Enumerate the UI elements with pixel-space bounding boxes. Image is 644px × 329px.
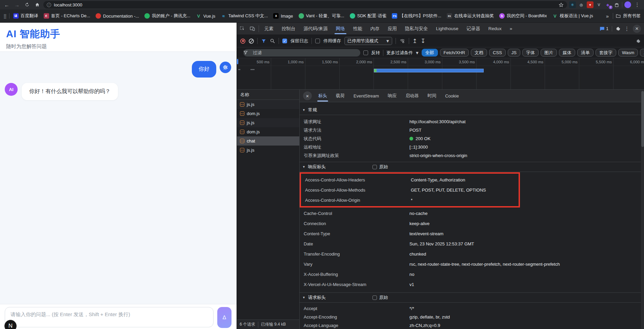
clipboard-extension-icon[interactable] bbox=[613, 1, 620, 8]
preserve-log-checkbox[interactable]: ✓ bbox=[282, 39, 287, 43]
details-tab-3[interactable]: EventStream bbox=[349, 90, 383, 102]
more-tabs-chevron[interactable]: » bbox=[506, 23, 517, 35]
filter-pill[interactable]: 媒体 bbox=[559, 49, 575, 57]
request-name-header[interactable]: 名称 bbox=[237, 90, 299, 100]
scrollbar-thumb[interactable] bbox=[641, 91, 644, 147]
bookmark-item[interactable]: 译百度翻译 bbox=[11, 12, 41, 20]
request-row[interactable]: <>chat bbox=[237, 136, 299, 146]
response-headers-section-header[interactable]: ▼ 响应标头 原始 bbox=[300, 162, 644, 172]
details-tab-5[interactable]: 启动器 bbox=[401, 90, 423, 102]
response-raw-toggle[interactable]: 原始 bbox=[373, 164, 388, 170]
devtools-tab-2[interactable]: 控制台 bbox=[278, 23, 300, 35]
request-row[interactable]: <>js.js bbox=[237, 118, 299, 127]
filter-pill[interactable]: Fetch/XHR bbox=[440, 49, 469, 57]
all-bookmarks-button[interactable]: 所有书签 bbox=[613, 13, 641, 19]
devtools-tab-11[interactable]: Redux bbox=[484, 23, 506, 35]
profile-avatar[interactable] bbox=[624, 1, 631, 8]
devtools-tab-9[interactable]: Lighthouse bbox=[432, 23, 462, 35]
apps-grid-icon[interactable]: ⣿ bbox=[3, 14, 7, 19]
vue-gray-extension-icon[interactable]: V bbox=[596, 1, 602, 8]
send-button[interactable]: ∆ bbox=[217, 307, 232, 328]
filter-pill[interactable]: 图片 bbox=[541, 49, 557, 57]
bookmark-item[interactable]: 01在线幸运大转盘抽奖 bbox=[444, 12, 496, 20]
bookmarks-overflow-chevron[interactable]: » bbox=[603, 13, 611, 19]
export-har-icon[interactable]: ↧ bbox=[421, 38, 425, 45]
request-headers-section-header[interactable]: ▼ 请求标头 原始 bbox=[300, 292, 644, 303]
bookmark-item[interactable]: VVue.js bbox=[194, 12, 218, 20]
bookmark-item[interactable]: Vant - 轻量、可靠... bbox=[296, 12, 347, 20]
browser-menu-icon[interactable]: ⋮ bbox=[633, 1, 641, 8]
import-har-icon[interactable]: ↥ bbox=[412, 38, 417, 45]
inspect-element-icon[interactable] bbox=[237, 24, 247, 34]
filter-pill[interactable]: 文档 bbox=[471, 49, 487, 57]
close-details-icon[interactable]: × bbox=[303, 91, 312, 100]
request-raw-toggle[interactable]: 原始 bbox=[373, 294, 388, 301]
devtools-tab-10[interactable]: 记录器 bbox=[462, 23, 484, 35]
network-filter-input[interactable] bbox=[243, 49, 360, 57]
bookmark-item[interactable]: b我的空间 - BoardMix bbox=[497, 12, 549, 20]
details-tab-2[interactable]: 载荷 bbox=[331, 90, 349, 102]
throttling-select[interactable]: 已停用节流模式 ▾ bbox=[344, 37, 392, 45]
disable-cache-checkbox[interactable] bbox=[315, 39, 320, 43]
shield-extension-icon[interactable]: ▾ bbox=[587, 1, 593, 8]
filter-pill[interactable]: 清单 bbox=[577, 49, 593, 57]
back-icon[interactable]: ← bbox=[3, 1, 11, 8]
bookmark-item[interactable]: ≈Tailwind CSS 中文... bbox=[218, 12, 270, 20]
request-row[interactable]: <>dom.js bbox=[237, 109, 299, 118]
filter-pill[interactable]: 套接字 bbox=[596, 49, 616, 57]
network-overview-timeline[interactable]: 500 ms1,000 ms1,500 ms2,000 ms2,500 ms3,… bbox=[237, 58, 644, 90]
bookmark-item[interactable]: Documentation -... bbox=[93, 12, 141, 20]
devtools-tab-3[interactable]: 源代码/来源 bbox=[300, 23, 332, 35]
timeline-selection-handle[interactable] bbox=[237, 59, 238, 64]
devtools-tab-1[interactable]: 元素 bbox=[260, 23, 278, 35]
bookmark-star-icon[interactable] bbox=[559, 2, 564, 7]
search-icon[interactable] bbox=[270, 38, 275, 44]
filter-toggle-icon[interactable] bbox=[261, 39, 266, 44]
filter-pill[interactable]: 全部 bbox=[422, 49, 438, 57]
filter-pill[interactable]: CSS bbox=[489, 49, 506, 57]
filter-pill[interactable]: JS bbox=[508, 49, 520, 57]
home-icon[interactable] bbox=[33, 1, 41, 8]
filter-pill[interactable]: 字体 bbox=[522, 49, 539, 57]
timeline-request-bar[interactable] bbox=[374, 69, 484, 72]
devtools-settings-icon[interactable] bbox=[616, 26, 621, 31]
network-settings-icon[interactable] bbox=[636, 39, 641, 44]
devtools-tab-4[interactable]: 网络 bbox=[332, 23, 349, 35]
bookmark-item[interactable]: E首页 - ECharts De... bbox=[41, 12, 93, 20]
details-tab-6[interactable]: 时间 bbox=[423, 90, 441, 102]
devtools-tab-7[interactable]: 应用 bbox=[384, 23, 401, 35]
request-row[interactable]: <>js.js bbox=[237, 146, 299, 155]
record-network-log-button[interactable] bbox=[240, 39, 245, 44]
target-extension-icon[interactable]: ◎ bbox=[578, 1, 585, 8]
devtools-tab-6[interactable]: 内存 bbox=[366, 23, 384, 35]
issues-counter[interactable]: 1 bbox=[600, 26, 608, 31]
devtools-close-icon[interactable]: × bbox=[633, 25, 641, 33]
bookmark-item[interactable]: 我的账户 - 腾讯充... bbox=[142, 12, 193, 20]
request-row[interactable]: <>js.js bbox=[237, 100, 299, 109]
invert-filter-checkbox[interactable] bbox=[363, 50, 368, 55]
reload-icon[interactable] bbox=[23, 1, 31, 8]
details-tab-7[interactable]: Cookie bbox=[441, 90, 463, 102]
site-info-icon[interactable]: i bbox=[47, 3, 51, 7]
address-bar[interactable]: i localhost:3000 bbox=[43, 1, 567, 8]
details-tab-1[interactable]: 标头 bbox=[314, 90, 331, 102]
bookmark-item[interactable]: SDK 配置·语雀 bbox=[347, 12, 389, 20]
devtools-menu-icon[interactable]: ⋮ bbox=[624, 26, 629, 32]
filter-pill[interactable]: 其他 bbox=[640, 49, 644, 57]
network-conditions-icon[interactable] bbox=[399, 38, 405, 44]
request-row[interactable]: <>dom.js bbox=[237, 127, 299, 136]
devtools-tab-5[interactable]: 性能 bbox=[349, 23, 366, 35]
more-filters-button[interactable]: 更多过滤条件 bbox=[386, 50, 413, 56]
devtools-tab-8[interactable]: 隐私与安全 bbox=[401, 23, 432, 35]
details-tab-4[interactable]: 响应 bbox=[383, 90, 401, 102]
bookmark-item[interactable]: PS【在线PS】PS软件... bbox=[389, 12, 444, 20]
bookmark-item[interactable]: XImage bbox=[271, 12, 295, 20]
vue-devtools-icon[interactable]: ◆ 7 bbox=[604, 1, 611, 8]
chat-input[interactable] bbox=[5, 307, 214, 327]
bookmark-item[interactable]: V模板语法 | Vue.js bbox=[550, 12, 595, 20]
general-section-header[interactable]: ▼ 常规 bbox=[300, 105, 644, 115]
response-raw-checkbox[interactable] bbox=[373, 165, 377, 169]
details-scrollbar[interactable] bbox=[641, 90, 644, 329]
clear-network-log-button[interactable] bbox=[249, 39, 254, 44]
filter-pill[interactable]: Wasm bbox=[618, 49, 638, 57]
